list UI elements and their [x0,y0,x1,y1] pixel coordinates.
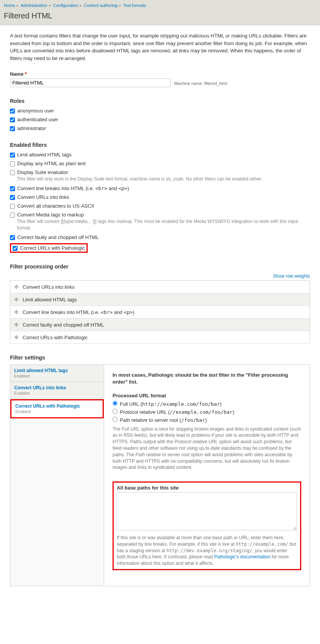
drag-handle-icon[interactable]: ✥ [14,334,23,340]
filter-order-table: ✥Convert URLs into links ✥Limit allowed … [10,280,310,344]
drag-handle-icon[interactable]: ✥ [14,284,23,290]
url-format-help: The Full URL option is best for stopping… [113,426,301,471]
filter-label: Limit allowed HTML tags [17,152,72,158]
filter-limit-checkbox[interactable] [10,153,15,158]
radio-label: Path relative to server root (/foo/bar) [120,417,207,423]
filter-br-checkbox[interactable] [10,186,15,191]
filter-urls-checkbox[interactable] [10,195,15,200]
role-label: anonymous user [17,108,54,114]
breadcrumb: Home» Administration» Configuration» Con… [4,2,316,9]
tab-convert-urls[interactable]: Convert URLs into links Enabled [10,382,104,399]
filter-label: Convert Media tags to markup [17,212,84,218]
filter-label: Convert URLs into links [17,194,69,200]
filter-media-desc: This filter will convert [[{type:media..… [17,218,310,231]
drag-handle-icon[interactable]: ✥ [14,296,23,302]
crumb-content[interactable]: Content authoring [84,3,117,8]
filter-ds-checkbox[interactable] [10,170,15,175]
table-row[interactable]: ✥Correct URLs with Pathologic [10,331,310,344]
radio-label: Full URL (http://example.com/foo/bar) [120,401,222,407]
role-authenticated-checkbox[interactable] [10,117,15,122]
filter-label: Convert line breaks into HTML (i.e. <br>… [17,185,129,191]
base-paths-textarea[interactable] [117,492,297,530]
filter-label: Display Suite evaluator [17,169,68,175]
url-format-heading: Processed URL format [113,393,301,398]
drag-handle-icon[interactable]: ✥ [14,322,23,328]
filter-label: Correct faulty and chopped off HTML [17,234,99,240]
role-administrator-checkbox[interactable] [10,126,15,131]
enabled-filters-heading: Enabled filters [10,142,310,148]
name-label: Name * [10,71,310,77]
filter-settings-heading: Filter settings [10,355,310,361]
pathologic-docs-link[interactable]: Pathologic's documentation [214,554,270,559]
drag-handle-icon[interactable]: ✥ [14,309,23,315]
crumb-formats[interactable]: Text formats [123,3,146,8]
table-row[interactable]: ✥Correct faulty and chopped off HTML [10,319,310,331]
crumb-config[interactable]: Configuration [53,3,78,8]
filter-ascii-checkbox[interactable] [10,204,15,209]
filter-label: Convert all characters to US-ASCII [17,203,94,209]
tab-pathologic[interactable]: Correct URLs with Pathologic Enabled [10,399,104,418]
filter-ds-desc: This filter will only work in the Displa… [17,176,310,182]
machine-name: Machine name: filtered_html [174,81,227,86]
table-row[interactable]: ✥Limit allowed HTML tags [10,293,310,306]
base-paths-help: If this site is or was available at more… [117,535,297,567]
role-label: administrator [17,125,46,131]
roles-heading: Roles [10,98,310,104]
table-row[interactable]: ✥Convert line breaks into HTML (i.e. <br… [10,306,310,319]
intro-text: A text format contains filters that chan… [10,32,310,62]
crumb-home[interactable]: Home [4,3,15,8]
show-row-weights-link[interactable]: Show row weights [273,273,310,279]
settings-tabs: Limit allowed HTML tags Enabled Convert … [10,365,104,586]
radio-label: Protocol relative URL (//example.com/foo… [120,409,234,415]
page-title: Filtered HTML [4,9,316,25]
filter-media-checkbox[interactable] [10,213,15,218]
filter-correct-checkbox[interactable] [10,235,15,240]
filter-label: Display any HTML as plain text [17,161,86,166]
order-heading: Filter processing order [10,263,310,270]
radio-full-url[interactable] [113,401,118,406]
radio-protocol-relative[interactable] [113,409,118,414]
role-anonymous-checkbox[interactable] [10,109,15,114]
table-row[interactable]: ✥Convert URLs into links [10,281,310,293]
tab-limit-html[interactable]: Limit allowed HTML tags Enabled [10,365,104,382]
base-paths-label: All base paths for this site [117,485,297,491]
filter-pathologic-checkbox[interactable] [13,246,18,251]
radio-path-relative[interactable] [113,417,118,422]
role-label: authenticated user [17,117,58,122]
name-input[interactable] [10,78,171,87]
crumb-admin[interactable]: Administration [21,3,47,8]
pathologic-note: In most cases, Pathologic should be the … [113,372,301,385]
filter-label: Correct URLs with Pathologic [20,245,85,251]
filter-plain-checkbox[interactable] [10,161,15,166]
